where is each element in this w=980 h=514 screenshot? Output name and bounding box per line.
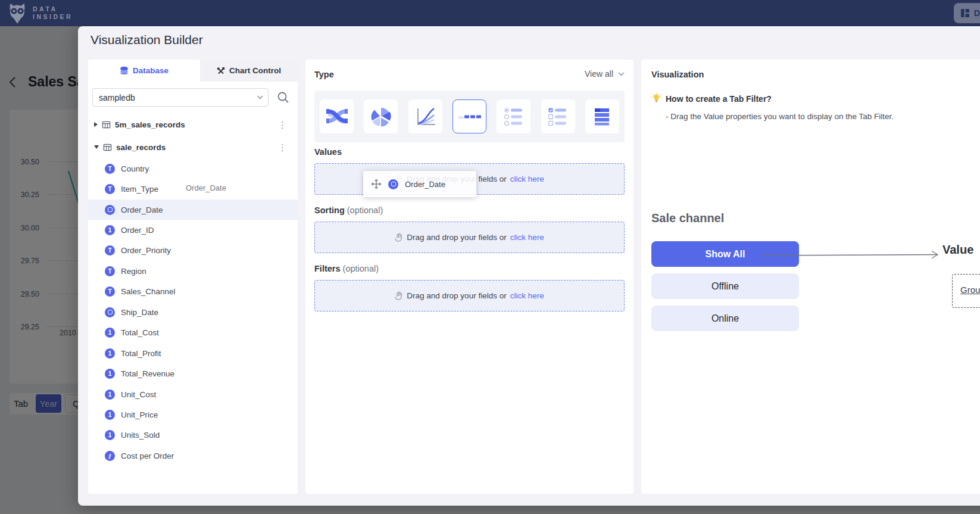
database-search-row — [92, 88, 289, 107]
text-field-icon: T — [105, 266, 115, 276]
chart-type-pie[interactable] — [364, 99, 398, 133]
table-row[interactable]: 5m_sales_records⋮ — [88, 113, 298, 136]
radio-list-icon — [502, 105, 526, 129]
view-all-button[interactable]: View all — [585, 69, 625, 79]
field-name: Order_Date — [121, 205, 163, 214]
dashboard-button[interactable]: D — [954, 3, 980, 23]
tab-option-online[interactable]: Online — [651, 306, 799, 331]
filters-click-here-link[interactable]: click here — [510, 291, 544, 300]
sorting-dropzone[interactable]: Drag and drop your fields or click here — [314, 222, 625, 253]
expanded-caret-icon[interactable] — [94, 145, 99, 149]
text-field-icon: T — [105, 245, 115, 256]
left-panel-tabs: Database Chart Control — [88, 60, 298, 82]
annotation-value-heading: Value — [942, 243, 973, 257]
chart-type-sankey[interactable] — [320, 99, 354, 133]
sorting-dropzone-text: Drag and drop your fields or — [407, 233, 506, 242]
values-section-label: Values — [314, 147, 342, 157]
number-field-icon: 1 — [105, 328, 115, 338]
drag-hand-icon — [395, 291, 403, 300]
field-name: Sales_Channel — [121, 287, 176, 296]
table-name: 5m_sales_records — [115, 120, 185, 129]
visualization-panel: Visualization How to create a Tab Filter… — [641, 60, 980, 494]
number-field-icon: 1 — [105, 348, 115, 359]
chart-type-radio-list[interactable] — [497, 99, 530, 133]
field-name: Ship_Date — [121, 308, 158, 317]
dragging-field-chip[interactable]: Order_Date — [363, 171, 476, 197]
field-row-total-revenue[interactable]: 1Total_Revenue — [88, 363, 298, 384]
line-chart-icon — [413, 105, 437, 129]
annotation-arrow — [760, 248, 946, 263]
chevron-down-icon — [618, 72, 625, 76]
sorting-section-label: Sorting (optional) — [314, 205, 383, 215]
text-field-icon: T — [105, 184, 115, 194]
tip-body: - Drag the Value properties you want to … — [666, 112, 894, 121]
type-section-label: Type — [314, 70, 334, 79]
search-icon[interactable] — [277, 91, 289, 104]
tab-chart-control-label: Chart Control — [229, 66, 281, 75]
view-all-label: View all — [585, 69, 613, 79]
chart-config-panel: Type View all — [305, 60, 633, 494]
annotation-group-link[interactable]: Group — [960, 285, 980, 295]
database-select[interactable] — [92, 88, 269, 107]
chart-type-tab-filter[interactable]: Tab — [452, 99, 486, 133]
dragging-field-label: Order_Date — [405, 180, 445, 189]
field-name: Order_Priority — [121, 246, 171, 255]
tab-database[interactable]: Database — [88, 60, 200, 82]
field-row-sales-channel[interactable]: TSales_Channel — [88, 282, 298, 302]
field-row-cost-per-order[interactable]: ƒCost per Order — [88, 446, 298, 466]
field-row-unit-price[interactable]: 1Unit_Price — [88, 404, 298, 425]
tip-title: How to create a Tab Filter? — [666, 94, 772, 104]
field-row-order-date[interactable]: Order_Date — [88, 200, 298, 220]
modal-title: Visualization Builder — [90, 33, 203, 47]
move-icon — [371, 179, 382, 189]
values-click-here-link[interactable]: click here — [510, 175, 544, 183]
collapsed-caret-icon[interactable] — [94, 122, 98, 127]
annotation-group-box: Group — [952, 274, 980, 308]
tab-option-offline[interactable]: Offline — [651, 273, 799, 299]
table-menu-kebab-icon[interactable]: ⋮ — [278, 143, 287, 152]
brand[interactable]: DATA INSIDER — [7, 2, 73, 24]
field-row-order-priority[interactable]: TOrder_Priority — [88, 241, 298, 261]
dashboard-icon — [960, 8, 970, 18]
field-name: Region — [121, 267, 146, 276]
field-row-total-profit[interactable]: 1Total_Profit — [88, 343, 298, 363]
sorting-click-here-link[interactable]: click here — [510, 233, 544, 242]
chart-type-checkbox-list[interactable] — [541, 99, 575, 133]
table-grid-icon — [103, 143, 112, 152]
table-grid-icon — [102, 120, 111, 129]
field-name: Total_Cost — [121, 328, 159, 337]
number-field-icon: 1 — [105, 390, 115, 400]
chart-type-strip: Tab — [314, 91, 625, 142]
field-row-country[interactable]: TCountry — [88, 158, 298, 179]
tab-chart-control[interactable]: Chart Control — [200, 60, 298, 82]
chart-type-table[interactable] — [585, 99, 619, 133]
filters-dropzone[interactable]: Drag and drop your fields or click here — [314, 280, 625, 311]
tools-icon — [217, 67, 225, 75]
lightbulb-icon — [651, 92, 661, 104]
visualization-builder-modal: Visualization Builder Database — [78, 26, 980, 506]
tab-database-label: Database — [133, 66, 168, 75]
field-row-order-id[interactable]: 1Order_ID — [88, 220, 298, 240]
chevron-down-icon — [257, 95, 263, 99]
date-field-icon — [105, 205, 115, 215]
date-field-icon — [105, 307, 115, 317]
field-row-region[interactable]: TRegion — [88, 261, 298, 281]
table-name: sale_records — [116, 143, 166, 152]
field-row-unit-cost[interactable]: 1Unit_Cost — [88, 384, 298, 404]
date-field-icon — [388, 179, 398, 189]
table-menu-kebab-icon[interactable]: ⋮ — [278, 120, 287, 129]
text-field-icon: T — [105, 286, 115, 297]
brand-text: DATA INSIDER — [33, 5, 73, 21]
table-icon — [590, 105, 614, 129]
database-select-input[interactable] — [92, 88, 269, 107]
filters-section-label: Filters (optional) — [314, 264, 379, 273]
field-row-units-sold[interactable]: 1Units_Sold — [88, 425, 298, 446]
field-name: Total_Revenue — [121, 369, 174, 378]
field-row-total-cost[interactable]: 1Total_Cost — [88, 323, 298, 343]
table-row[interactable]: sale_records⋮ — [88, 136, 298, 158]
chart-type-line[interactable] — [408, 99, 442, 133]
field-name: Item_Type — [121, 185, 158, 194]
number-field-icon: 1 — [105, 225, 115, 235]
filters-dropzone-text: Drag and drop your fields or — [407, 291, 506, 300]
field-row-ship-date[interactable]: Ship_Date — [88, 302, 298, 322]
